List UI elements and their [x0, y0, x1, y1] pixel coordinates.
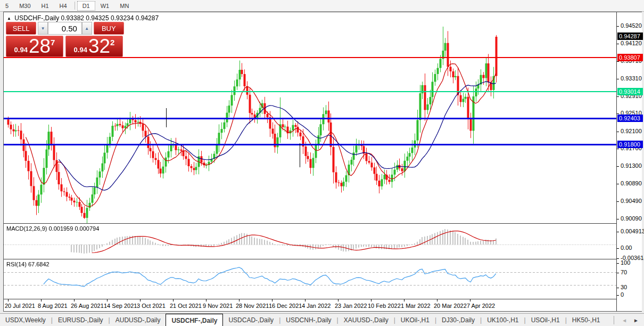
rsi-axis-label: 30 [621, 284, 627, 290]
time-axis-tick [470, 299, 470, 301]
time-axis-tick [305, 299, 306, 301]
axis-tick-mark [617, 258, 619, 259]
tab-scroll-right-icon[interactable]: ► [630, 317, 642, 323]
price-axis: 0.945200.941200.937100.933100.929100.925… [616, 12, 642, 311]
time-axis-label: 14 Sep 2021 [104, 303, 137, 309]
chart-tab-usdchf-daily[interactable]: USDCHF-,Daily [166, 314, 223, 326]
time-axis-tick [206, 299, 207, 301]
time-axis-tick [74, 299, 75, 301]
terminal-root: 5M30H1H4D1W1MN ▲ USDCHF-,Daily 0.93382 0… [0, 0, 644, 326]
axis-tick-mark [617, 149, 619, 149]
axis-tick-mark [617, 219, 619, 219]
axis-tick-mark [617, 44, 619, 44]
axis-tick-mark [617, 132, 619, 132]
time-axis-tick [239, 299, 240, 301]
price-level-badge: 0.93807 [617, 54, 643, 61]
macd-pane[interactable]: MACD(12,26,9) 0.001959 0.000794 [4, 224, 616, 259]
price-axis-label: 0.93310 [621, 75, 642, 82]
axis-tick-mark [617, 248, 619, 249]
sell-price-sup: 7 [51, 38, 55, 47]
spread-decrease-button[interactable]: ▼ [38, 22, 48, 35]
vertical-line-object[interactable] [300, 143, 300, 167]
time-axis-tick [41, 299, 42, 301]
chart-tab-usdcnh-daily[interactable]: USDCNH-,Daily [280, 314, 336, 326]
chart-tabs-bar: USDX,Weekly|EURUSD-,Daily|AUDUSD-,DailyU… [0, 313, 644, 326]
chart-tab-eurusd-daily[interactable]: EURUSD-,Daily [53, 314, 109, 326]
chart-title: ▲ USDCHF-,Daily 0.93382 0.94325 0.93234 … [7, 14, 159, 22]
axis-tick-mark [617, 26, 619, 27]
rsi-axis-label: 70 [621, 269, 627, 275]
time-axis-tick [107, 299, 108, 301]
time-axis-label: 20 Mar 2022 [434, 303, 467, 309]
spread-increase-button[interactable]: ▲ [82, 22, 92, 35]
time-axis-label: 9 Nov 2021 [203, 303, 233, 309]
price-axis-label: 0.90890 [621, 180, 642, 186]
axis-tick-mark [617, 184, 619, 184]
time-axis-tick [437, 299, 437, 301]
time-axis-label: 23 Jan 2022 [335, 303, 367, 309]
timeframe-button-m30[interactable]: M30 [14, 2, 35, 10]
timeframe-button-h1[interactable]: H1 [37, 2, 54, 10]
macd-label: MACD(12,26,9) 0.001959 0.000794 [6, 225, 99, 232]
collapse-arrow-icon[interactable]: ▲ [7, 16, 11, 21]
timeframe-button-5[interactable]: 5 [1, 2, 13, 10]
trade-panel: SELL ▼ 0.50 ▲ BUY 0.94 28 7 0.94 32 2 [6, 22, 124, 57]
chart-tab-audusd-daily[interactable]: AUDUSD-,Daily [110, 314, 166, 326]
chart-tab-dj30-daily[interactable]: DJ30-,Daily [436, 314, 480, 326]
rsi-pane[interactable]: RSI(14) 67.6842 [4, 259, 616, 299]
buy-button[interactable]: BUY [94, 22, 124, 35]
chart-tab-xauusd-daily[interactable]: XAUUSD-,Daily [338, 314, 394, 326]
time-axis-label: 28 Nov 2021 [236, 303, 269, 309]
axis-tick-mark [617, 96, 619, 97]
price-axis-label: 0.94520 [621, 22, 642, 29]
timeframe-button-w1[interactable]: W1 [96, 2, 114, 10]
axis-tick-mark [617, 201, 619, 202]
price-pane[interactable]: ▲ USDCHF-,Daily 0.93382 0.94325 0.93234 … [4, 12, 616, 224]
time-axis-tick [404, 299, 404, 301]
time-axis-label: 26 Aug 2021 [71, 303, 104, 309]
time-axis-label: 7 Apr 2022 [467, 303, 495, 309]
time-axis-tick [371, 299, 371, 301]
buy-price-big: 32 [88, 37, 110, 55]
chart-tab-hk50-h1[interactable]: HK50-,H1 [567, 314, 606, 326]
sell-price-button[interactable]: 0.94 28 7 [6, 36, 63, 57]
macd-axis-label: 0.00 [621, 244, 632, 251]
rsi-label: RSI(14) 67.6842 [6, 261, 49, 267]
timeframe-button-h4[interactable]: H4 [55, 2, 72, 10]
horizontal-level-line[interactable] [4, 57, 616, 58]
chart-tab-usdcad-daily[interactable]: USDCAD-,Daily [223, 314, 279, 326]
chart-tab-usdx-weekly[interactable]: USDX,Weekly [0, 314, 51, 326]
horizontal-level-line[interactable] [4, 144, 616, 145]
tab-scroll-left-icon[interactable]: ◄ [618, 317, 630, 323]
axis-tick-mark [617, 232, 619, 232]
time-axis-label: 21 Oct 2021 [170, 303, 202, 309]
axis-tick-mark [617, 273, 619, 273]
buy-price-button[interactable]: 0.94 32 2 [65, 36, 123, 57]
chart-tab-ukoil-h1[interactable]: UKOil-,H1 [395, 314, 435, 326]
axis-tick-mark [617, 79, 619, 79]
price-level-badge: 0.94287 [617, 32, 643, 40]
price-axis-label: 0.91300 [621, 162, 642, 169]
price-axis-label: 0.90490 [621, 198, 642, 204]
axis-tick-mark [617, 61, 619, 62]
toolbar-separator [75, 2, 75, 10]
axis-tick-mark [617, 113, 619, 114]
horizontal-level-line[interactable] [4, 118, 616, 119]
time-axis-tick [338, 299, 338, 301]
time-axis: 20 Jul 20218 Aug 202126 Aug 202114 Sep 2… [4, 299, 616, 311]
time-axis-tick [173, 299, 174, 301]
sell-button[interactable]: SELL [6, 22, 36, 35]
time-axis-tick [8, 299, 9, 301]
horizontal-level-line[interactable] [4, 91, 616, 92]
spread-input[interactable]: 0.50 [48, 22, 82, 35]
vertical-line-object[interactable] [166, 108, 167, 127]
timeframe-button-mn[interactable]: MN [115, 2, 134, 10]
axis-tick-mark [617, 288, 619, 288]
rsi-canvas[interactable] [4, 259, 616, 299]
chart-tab-usoil-h1[interactable]: USOil-,H1 [526, 314, 565, 326]
chart-tab-uk100-h1[interactable]: UK100-,H1 [482, 314, 524, 326]
timeframe-button-d1[interactable]: D1 [78, 2, 95, 10]
axis-tick-mark [617, 166, 619, 167]
price-level-badge: 0.93014 [617, 88, 643, 95]
time-axis-label: 20 Jul 2021 [5, 303, 35, 309]
